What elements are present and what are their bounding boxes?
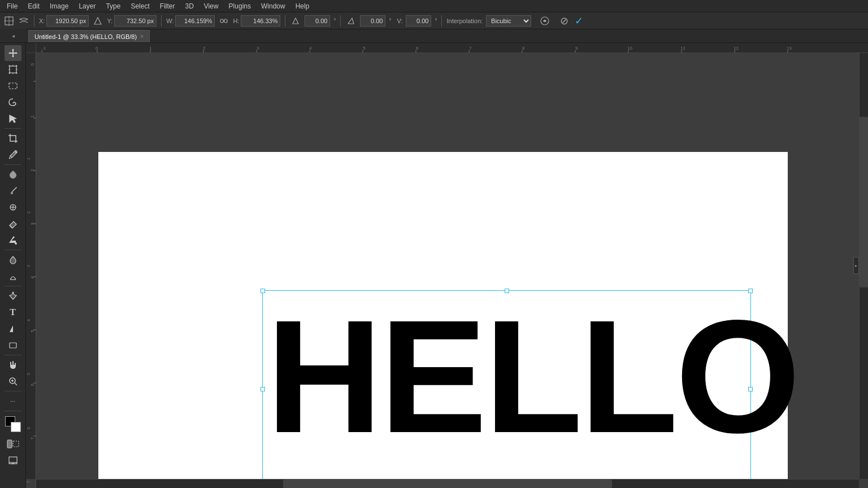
- anchor-icon: [92, 15, 103, 27]
- svg-text:7: 7: [30, 437, 35, 439]
- ruler-top: -1 0 1 2 3 4 5 6 7 8 9: [36, 43, 868, 53]
- skew-h-icon: [345, 15, 357, 27]
- menu-item-view[interactable]: View: [199, 1, 223, 11]
- tool-screen-mode[interactable]: [5, 452, 21, 468]
- tool-sep-6: [5, 391, 21, 391]
- width-group: W:: [166, 15, 215, 27]
- tool-hand[interactable]: [5, 357, 21, 373]
- svg-rect-4: [220, 19, 223, 23]
- svg-text:4: 4: [309, 46, 312, 51]
- svg-text:3: 3: [257, 46, 259, 51]
- sidebar-toggle[interactable]: ◂: [0, 29, 26, 42]
- tab-close-button[interactable]: ×: [140, 33, 144, 40]
- menu-item-layer[interactable]: Layer: [74, 1, 100, 11]
- svg-text:7: 7: [469, 46, 472, 51]
- tab-bar: ◂ Untitled-1 @ 33.3% (HELLO, RGB/8) ×: [0, 29, 868, 43]
- height-group: H:: [233, 15, 280, 27]
- tool-artboard[interactable]: [5, 62, 21, 77]
- menu-item-select[interactable]: Select: [126, 1, 154, 11]
- tool-healing[interactable]: [5, 167, 21, 182]
- tool-eyedropper[interactable]: [5, 147, 21, 163]
- separator-1: [34, 15, 34, 27]
- svg-text:8: 8: [522, 46, 525, 51]
- x-input[interactable]: [46, 15, 89, 27]
- svg-text:6: 6: [416, 46, 419, 51]
- h-input[interactable]: [241, 15, 280, 27]
- tool-quick-mask[interactable]: [5, 436, 21, 452]
- menu-item-file[interactable]: File: [2, 1, 22, 11]
- svg-text:9: 9: [575, 46, 578, 51]
- tool-sep-4: [5, 286, 21, 286]
- tool-brush[interactable]: [5, 183, 21, 199]
- document-tab[interactable]: Untitled-1 @ 33.3% (HELLO, RGB/8) ×: [28, 30, 150, 42]
- tool-dodge[interactable]: [5, 268, 21, 284]
- tool-pen[interactable]: [5, 288, 21, 304]
- menu-item-help[interactable]: Help: [291, 1, 314, 11]
- x-label: X:: [39, 18, 45, 24]
- menu-item-type[interactable]: Type: [101, 1, 125, 11]
- skew-h-input[interactable]: [360, 15, 385, 27]
- svg-text:12: 12: [734, 46, 739, 51]
- tool-marquee[interactable]: [5, 78, 21, 94]
- tool-lasso[interactable]: [5, 94, 21, 110]
- ruler-corner: [26, 43, 36, 53]
- vertical-scrollbar[interactable]: [859, 53, 868, 479]
- svg-rect-5: [224, 19, 227, 23]
- svg-rect-23: [9, 83, 17, 89]
- handle-middle-left[interactable]: [261, 387, 265, 391]
- handle-top-left[interactable]: [261, 289, 265, 293]
- interpolation-select[interactable]: Bicubic Bilinear Nearest Neighbor: [486, 15, 531, 27]
- tool-sep-1: [5, 128, 21, 129]
- menu-item-edit[interactable]: Edit: [23, 1, 44, 11]
- link-proportions-icon[interactable]: [218, 15, 229, 27]
- warp-icon[interactable]: [18, 15, 29, 27]
- tool-zoom[interactable]: [5, 373, 21, 389]
- tab-title: Untitled-1 @ 33.3% (HELLO, RGB/8): [34, 33, 137, 40]
- tool-path-selection[interactable]: [5, 321, 21, 337]
- menu-item-filter[interactable]: Filter: [155, 1, 180, 11]
- y-input[interactable]: [114, 15, 157, 27]
- svg-text:11: 11: [680, 46, 685, 51]
- separator-5: [441, 15, 442, 27]
- menu-item-3d[interactable]: 3D: [180, 1, 198, 11]
- menu-item-window[interactable]: Window: [257, 1, 290, 11]
- tool-blur[interactable]: [5, 252, 21, 268]
- tool-eraser[interactable]: [5, 216, 21, 232]
- tool-object-selection[interactable]: [5, 111, 21, 127]
- interpolation-label: Interpolation:: [446, 18, 483, 24]
- separator-3: [285, 15, 285, 27]
- horizontal-scrollbar[interactable]: [36, 479, 859, 488]
- tool-clone[interactable]: [5, 199, 21, 215]
- confirm-transform-button[interactable]: ✓: [573, 15, 584, 27]
- svg-text:1: 1: [30, 115, 35, 117]
- warp-toggle-icon[interactable]: [539, 15, 550, 27]
- x-position-group: X:: [39, 15, 89, 27]
- tool-fill[interactable]: [5, 232, 21, 248]
- svg-text:1: 1: [149, 46, 152, 51]
- tool-move[interactable]: [5, 45, 21, 61]
- options-bar: X: Y: W: H: °: [0, 12, 868, 29]
- svg-rect-31: [10, 343, 16, 348]
- document-canvas: HELLO: [36, 53, 859, 479]
- cancel-transform-button[interactable]: ⊘: [558, 15, 570, 27]
- svg-text:0: 0: [30, 63, 35, 66]
- right-panel-toggle[interactable]: ▸: [853, 257, 859, 274]
- svg-text:2: 2: [30, 168, 35, 171]
- menu-item-plugins[interactable]: Plugins: [224, 1, 255, 11]
- background-color[interactable]: [11, 422, 21, 432]
- y-label: Y:: [107, 18, 112, 24]
- h-label: H:: [233, 18, 239, 24]
- skew-v-label: V:: [397, 18, 402, 24]
- canvas-text-hello: HELLO: [266, 300, 798, 453]
- tool-text[interactable]: T: [5, 304, 21, 320]
- w-input[interactable]: [175, 15, 215, 27]
- tool-shape[interactable]: [5, 337, 21, 353]
- svg-text:10: 10: [627, 46, 632, 51]
- skew-v-input[interactable]: [406, 15, 431, 27]
- svg-text:2: 2: [203, 46, 206, 51]
- tool-more[interactable]: ···: [5, 393, 21, 409]
- rotation-input[interactable]: [305, 15, 330, 27]
- tool-crop[interactable]: [5, 130, 21, 146]
- tool-sep-3: [5, 250, 21, 250]
- menu-item-image[interactable]: Image: [45, 1, 73, 11]
